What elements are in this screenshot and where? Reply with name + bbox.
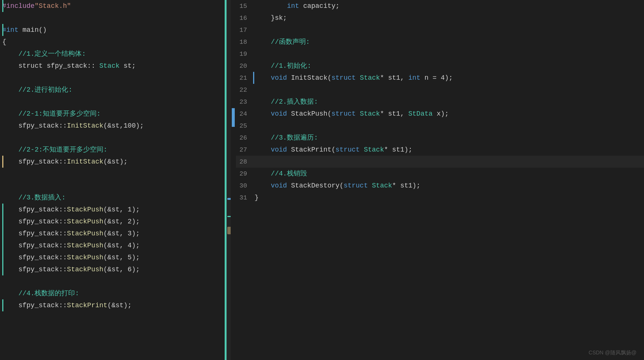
code-line: 17	[236, 24, 644, 36]
line-content: void StackDestory(struct Stack* st1);	[255, 180, 644, 191]
line-content: //函数声明:	[255, 36, 644, 48]
code-line: //4.栈数据的打印:	[2, 287, 225, 299]
line-content: sfpy_stack::InitStack(&st);	[2, 156, 225, 167]
code-line: sfpy_stack::StackPush(&st, 2);	[2, 216, 225, 228]
code-line: 27 void StackPrint(struct Stack* st1);	[236, 144, 644, 156]
line-content: }	[255, 192, 644, 203]
code-line	[2, 72, 225, 84]
line-content: int capacity;	[255, 0, 644, 12]
code-line: 15 int capacity;	[236, 0, 644, 12]
line-content: //1.初始化:	[255, 60, 644, 71]
left-editor-pane[interactable]: #include"Stack.h" ≡int main() { //1.定义一个…	[0, 0, 225, 360]
line-number: 19	[236, 51, 255, 58]
line-content: }sk;	[255, 12, 644, 24]
line-content: sfpy_stack::StackPush(&st, 4);	[2, 240, 225, 251]
code-line: 31 }	[236, 192, 644, 204]
line-content	[2, 168, 225, 179]
line-content	[255, 48, 644, 60]
change-indicator	[253, 72, 254, 84]
line-content: void InitStack(struct Stack* st1, int n …	[255, 72, 644, 83]
code-line: 18 //函数声明:	[236, 36, 644, 48]
right-scrollbar[interactable]	[231, 0, 236, 360]
code-line: 24 void StackPush(struct Stack* st1, StD…	[236, 108, 644, 120]
line-number: 20	[236, 62, 255, 70]
line-number: 21	[236, 74, 255, 82]
code-line: 19	[236, 48, 644, 60]
code-line: #include"Stack.h"	[2, 0, 225, 12]
code-line: 30 void StackDestory(struct Stack* st1);	[236, 180, 644, 192]
code-line: //2.进行初始化:	[2, 84, 225, 96]
line-content	[2, 96, 225, 107]
line-content: sfpy_stack::StackPush(&st, 2);	[2, 216, 225, 227]
line-number: 27	[236, 146, 255, 153]
line-content	[2, 180, 225, 191]
line-number: 18	[236, 39, 255, 46]
change-indicator	[2, 251, 3, 263]
code-line: {	[2, 36, 225, 48]
line-content: //1.定义一个结构体:	[2, 48, 225, 60]
line-content	[255, 156, 644, 167]
scrollbar-thumb	[232, 108, 235, 127]
line-content: //4.栈数据的打印:	[2, 288, 225, 299]
change-indicator	[2, 228, 3, 240]
code-line: //3.数据插入:	[2, 192, 225, 204]
code-line	[2, 275, 225, 287]
change-indicator	[2, 156, 3, 168]
code-line: sfpy_stack::InitStack(&st,100);	[2, 120, 225, 132]
code-line: //2-1:知道要开多少空间:	[2, 108, 225, 120]
line-number: 15	[236, 3, 255, 10]
code-line	[2, 132, 225, 144]
line-content	[255, 24, 644, 36]
line-content: sfpy_stack::StackPush(&st, 1);	[2, 204, 225, 215]
code-line	[2, 12, 225, 24]
line-content: //3.数据插入:	[2, 192, 225, 203]
change-indicator	[2, 0, 3, 12]
line-content: void StackPrint(struct Stack* st1);	[255, 144, 644, 155]
left-code-area: #include"Stack.h" ≡int main() { //1.定义一个…	[0, 0, 225, 311]
line-number: 30	[236, 182, 255, 189]
line-number: 22	[236, 86, 255, 94]
line-content	[2, 72, 225, 83]
line-content	[255, 84, 644, 95]
code-line: sfpy_stack::StackPush(&st, 1);	[2, 204, 225, 216]
line-number: 17	[236, 27, 255, 34]
line-number: 25	[236, 122, 255, 129]
change-indicator	[2, 240, 3, 251]
center-divider	[225, 0, 236, 360]
line-content: sfpy_stack::StackPush(&st, 6);	[2, 264, 225, 275]
code-line: struct sfpy_stack:: Stack st;	[2, 60, 225, 72]
code-line: 20 //1.初始化:	[236, 60, 644, 72]
line-content: //3.数据遍历:	[255, 132, 644, 143]
line-content	[2, 132, 225, 143]
code-line: 21 void InitStack(struct Stack* st1, int…	[236, 72, 644, 84]
code-line: 25	[236, 120, 644, 132]
code-line	[2, 168, 225, 180]
line-content: sfpy_stack::StackPush(&st, 3);	[2, 228, 225, 239]
scrollbar-area[interactable]	[227, 0, 231, 360]
change-indicator	[2, 263, 3, 275]
line-content: //2-1:知道要开多少空间:	[2, 108, 225, 119]
line-number: 26	[236, 134, 255, 141]
line-number: 29	[236, 170, 255, 177]
line-number: 31	[236, 194, 255, 201]
line-number: 16	[236, 15, 255, 22]
code-line: sfpy_stack::StackPush(&st, 5);	[2, 251, 225, 263]
right-editor-pane[interactable]: 15 int capacity; 16 }sk; 17 18 //函数声明:	[236, 0, 644, 360]
code-editor: #include"Stack.h" ≡int main() { //1.定义一个…	[0, 0, 644, 360]
line-content: //2.进行初始化:	[2, 84, 225, 95]
code-line: sfpy_stack::StackPush(&st, 6);	[2, 263, 225, 275]
line-content: struct sfpy_stack:: Stack st;	[2, 60, 225, 71]
line-content: //2.插入数据:	[255, 96, 644, 107]
code-line: //1.定义一个结构体:	[2, 48, 225, 60]
line-content	[255, 120, 644, 131]
code-line: 29 //4.栈销毁	[236, 168, 644, 180]
line-content	[2, 276, 225, 287]
line-content: {	[2, 36, 225, 48]
change-indicator	[2, 216, 3, 228]
line-number: 24	[236, 110, 255, 118]
line-content: //4.栈销毁	[255, 168, 644, 179]
change-indicator	[2, 204, 3, 216]
code-line: 28	[236, 156, 644, 168]
line-content: sfpy_stack::StackPrint(&st);	[2, 300, 225, 311]
watermark: CSDN @随风飘扬@	[589, 350, 637, 356]
